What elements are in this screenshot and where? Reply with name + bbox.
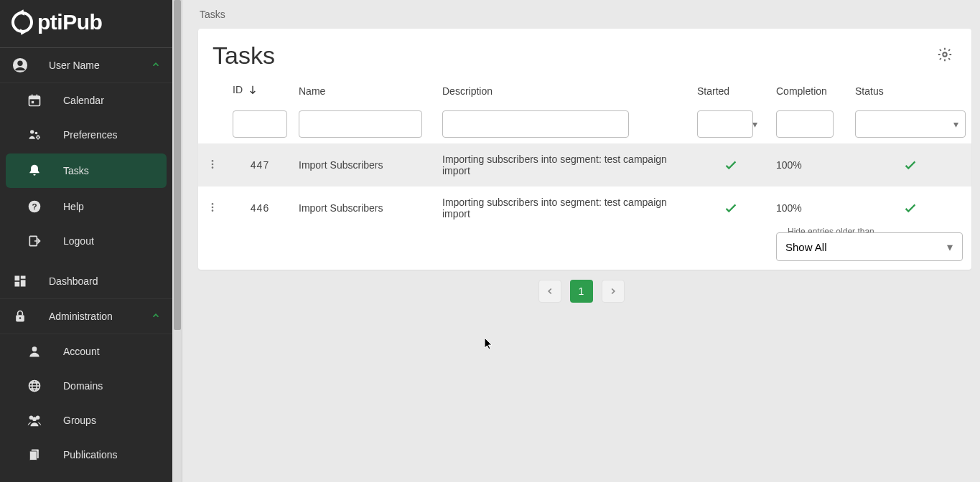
sidebar-item-label: Dashboard — [49, 275, 98, 287]
svg-point-8 — [35, 132, 38, 135]
sidebar-item-label: Administration — [49, 311, 113, 322]
filter-status-select[interactable] — [855, 110, 966, 138]
svg-point-30 — [212, 160, 214, 162]
cell-started — [691, 186, 770, 230]
documents-icon — [26, 446, 43, 463]
svg-point-18 — [19, 317, 22, 319]
cell-description: Importing subscribers into segment: test… — [437, 186, 691, 230]
scrollbar-gutter — [172, 0, 182, 482]
svg-point-7 — [30, 130, 34, 133]
sidebar-item-help[interactable]: ? Help — [0, 189, 172, 224]
breadcrumb[interactable]: Tasks — [182, 0, 980, 29]
table-header-row: ID Name Description Started Completion S… — [198, 77, 971, 105]
sidebar-admin-header[interactable]: Administration — [0, 299, 172, 334]
column-header-name[interactable]: Name — [293, 77, 437, 105]
logo-icon — [11, 11, 33, 33]
chevron-up-icon — [151, 60, 161, 72]
help-icon: ? — [26, 198, 43, 215]
app-logo[interactable]: ptiPub — [0, 0, 172, 48]
cell-completion: 100% — [770, 186, 849, 230]
cell-status — [849, 186, 971, 230]
cursor-icon — [484, 337, 494, 353]
filter-description-input[interactable] — [442, 110, 629, 138]
table-row: 446 Import Subscribers Importing subscri… — [198, 186, 971, 230]
bell-icon — [26, 162, 43, 179]
lock-icon — [11, 308, 29, 325]
filter-id-input[interactable] — [233, 110, 287, 138]
chevron-left-icon — [545, 286, 555, 296]
svg-point-1 — [17, 61, 22, 66]
sidebar-item-tasks[interactable]: Tasks — [6, 153, 167, 188]
user-circle-icon — [11, 57, 29, 74]
page-current[interactable]: 1 — [570, 280, 593, 303]
sidebar-item-system-settings[interactable]: System Settings — [0, 472, 172, 482]
column-header-id[interactable]: ID — [227, 77, 293, 105]
logo-text: ptiPub — [37, 10, 102, 34]
cell-status — [849, 143, 971, 186]
tasks-table: ID Name Description Started Completion S… — [198, 77, 971, 230]
column-label: ID — [233, 84, 243, 95]
scrollbar-thumb[interactable] — [174, 0, 181, 330]
sidebar-user-header[interactable]: User Name — [0, 48, 172, 83]
svg-rect-4 — [32, 95, 33, 98]
row-menu-button[interactable] — [198, 143, 227, 186]
sidebar-item-preferences[interactable]: Preferences — [0, 118, 172, 152]
filter-row: ▾ ▾ — [198, 105, 971, 143]
dropdown-icon: ▾ — [752, 118, 757, 130]
check-icon — [723, 157, 739, 173]
filter-name-input[interactable] — [299, 110, 422, 138]
column-header-started[interactable]: Started — [691, 77, 770, 105]
cell-name: Import Subscribers — [293, 186, 437, 230]
column-label: Status — [855, 85, 884, 97]
check-icon — [902, 200, 918, 216]
svg-rect-14 — [21, 276, 26, 279]
svg-rect-3 — [29, 96, 40, 99]
svg-rect-15 — [21, 280, 26, 286]
column-header-status[interactable]: Status — [849, 77, 971, 105]
column-label: Name — [299, 85, 325, 97]
filter-started-select[interactable] — [697, 110, 753, 138]
column-label: Completion — [776, 85, 827, 97]
groups-icon — [26, 412, 43, 429]
breadcrumb-text: Tasks — [200, 9, 225, 20]
dots-vertical-icon — [207, 159, 218, 170]
svg-point-29 — [943, 52, 947, 57]
sidebar-item-label: Calendar — [63, 95, 104, 106]
sidebar-item-label: Groups — [63, 415, 96, 426]
page-next-button[interactable] — [602, 280, 625, 303]
cell-started — [691, 143, 770, 186]
gear-icon — [937, 47, 953, 62]
sidebar-item-dashboard[interactable]: Dashboard — [0, 264, 172, 299]
row-menu-button[interactable] — [198, 186, 227, 230]
sidebar-item-groups[interactable]: Groups — [0, 403, 172, 438]
sidebar-item-domains[interactable]: Domains — [0, 369, 172, 403]
sidebar-item-logout[interactable]: Logout — [0, 224, 172, 258]
sidebar-item-publications[interactable]: Publications — [0, 438, 172, 472]
svg-point-19 — [32, 346, 37, 351]
main-content: Tasks Tasks ID — [182, 0, 980, 482]
column-header-completion[interactable]: Completion — [770, 77, 849, 105]
svg-point-32 — [212, 166, 214, 169]
svg-rect-5 — [37, 95, 38, 98]
preferences-icon — [26, 126, 43, 143]
logout-icon — [26, 232, 43, 250]
svg-rect-16 — [15, 282, 20, 287]
filter-completion-input[interactable] — [776, 110, 834, 138]
page-prev-button[interactable] — [538, 280, 561, 303]
person-icon — [26, 343, 43, 360]
sort-desc-icon — [247, 84, 258, 98]
sidebar: ptiPub User Name Calendar Preferences — [0, 0, 172, 482]
sidebar-item-label: Account — [63, 346, 100, 357]
table-settings-button[interactable] — [933, 42, 957, 70]
hide-entries-select[interactable]: Show All — [776, 232, 963, 261]
sidebar-item-label: Tasks — [63, 165, 89, 176]
chevron-up-icon — [151, 311, 161, 323]
sidebar-item-label: Logout — [63, 235, 94, 247]
column-header-description[interactable]: Description — [437, 77, 691, 105]
page-title: Tasks — [213, 42, 275, 70]
globe-icon — [26, 377, 43, 394]
sidebar-item-account[interactable]: Account — [0, 334, 172, 369]
sidebar-item-calendar[interactable]: Calendar — [0, 83, 172, 118]
calendar-icon — [26, 92, 43, 109]
cell-description: Importing subscribers into segment: test… — [437, 143, 691, 186]
